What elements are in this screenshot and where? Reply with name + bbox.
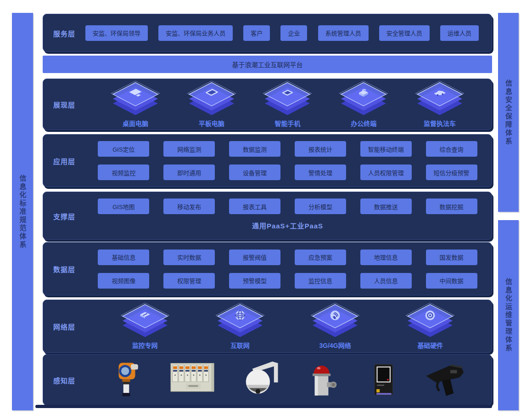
service-item: 安全管理人员 bbox=[379, 25, 430, 41]
application-item: 警情处理 bbox=[295, 165, 346, 180]
presentation-icon-row: 桌面电脑 平板电脑 智能手机 办公终端 监督执法车 bbox=[84, 79, 492, 130]
data-layer-label: 数据层 bbox=[53, 264, 75, 274]
support-item: GIS地图 bbox=[98, 199, 149, 214]
perception-layer-panel: 感知层 bbox=[43, 354, 492, 405]
sidebar-standards-system: 信息化标准规范体系 bbox=[12, 13, 33, 410]
data-item: 预警模型 bbox=[229, 273, 280, 289]
data-item: 报警阀值 bbox=[229, 250, 280, 265]
sidebar-standards-label: 信息化标准规范体系 bbox=[18, 175, 28, 249]
service-item: 企业 bbox=[280, 25, 307, 41]
support-layer-panel: 支撑层 GIS地图 移动发布 报表工具 分析模型 数据推送 数据挖掘 通用Paa… bbox=[43, 192, 492, 240]
perception-device-row bbox=[84, 355, 492, 405]
application-item: GIS定位 bbox=[98, 141, 149, 157]
handheld-detector-image bbox=[423, 357, 469, 403]
application-item: 短信分级预警 bbox=[426, 165, 477, 180]
alarm-control-cabinet-image bbox=[168, 357, 217, 403]
dome-camera-image bbox=[239, 357, 283, 403]
support-item: 数据推送 bbox=[360, 199, 412, 214]
data-item: 国发数据 bbox=[426, 250, 477, 265]
presentation-item-label: 智能手机 bbox=[274, 119, 300, 128]
network-item-label: 基础硬件 bbox=[417, 341, 443, 350]
support-item: 数据挖掘 bbox=[426, 199, 477, 214]
presentation-item: 办公终端 bbox=[336, 81, 391, 128]
presentation-item-label: 平板电脑 bbox=[199, 119, 224, 128]
data-item: 地理信息 bbox=[360, 250, 412, 265]
network-layer-label: 网络层 bbox=[53, 322, 75, 331]
smartphone-icon bbox=[260, 81, 314, 118]
data-item: 基础信息 bbox=[98, 250, 149, 265]
service-item: 安监、环保局业务人员 bbox=[158, 25, 233, 41]
mobile-network-icon bbox=[308, 303, 362, 340]
network-icon-row: 监控专网 互联网 3G/4G网络 基础硬件 bbox=[84, 300, 492, 352]
presentation-layer-panel: 展现层 桌面电脑 平板电脑 智能手机 办公终端 监督执法车 bbox=[43, 79, 492, 130]
presentation-item-label: 办公终端 bbox=[351, 119, 376, 128]
support-item: 分析模型 bbox=[295, 199, 346, 214]
network-item-label: 互联网 bbox=[230, 341, 250, 350]
presentation-item: 智能手机 bbox=[260, 81, 314, 128]
support-item: 报表工具 bbox=[229, 199, 280, 214]
sidebar-security-label: 信息安全保障体系 bbox=[504, 79, 513, 146]
enforcement-vehicle-icon bbox=[413, 81, 467, 118]
service-chip-row: 安监、环保局领导 安监、环保局业务人员 客户 企业 系统管理人员 安全管理人员 … bbox=[84, 14, 492, 51]
application-layer-panel: 应用层 GIS定位 网络监测 数据监测 报表统计 智能移动终端 综合查询 视频监… bbox=[43, 134, 492, 187]
office-terminal-icon bbox=[336, 81, 391, 118]
service-item: 系统管理人员 bbox=[318, 25, 369, 41]
data-item: 实时数据 bbox=[163, 250, 215, 265]
tablet-icon bbox=[185, 81, 239, 118]
presentation-layer-label: 展现层 bbox=[53, 100, 75, 109]
gas-detector-image bbox=[106, 357, 146, 403]
service-item: 客户 bbox=[243, 25, 270, 41]
application-item: 报表统计 bbox=[295, 141, 346, 157]
data-item: 应急预案 bbox=[295, 250, 346, 265]
desktop-computer-icon bbox=[108, 81, 162, 118]
paas-label: 通用PaaS+工业PaaS bbox=[84, 214, 492, 230]
sidebar-ops-label: 信息化运维管理体系 bbox=[504, 278, 513, 352]
presentation-item: 平板电脑 bbox=[185, 81, 239, 128]
data-grid: 基础信息 实时数据 报警阀值 应急预案 地理信息 国发数据 视频图像 权限管理 … bbox=[84, 243, 492, 295]
application-item: 智能移动终端 bbox=[360, 141, 412, 157]
data-item: 人员信息 bbox=[360, 273, 412, 289]
application-grid: GIS定位 网络监测 数据监测 报表统计 智能移动终端 综合查询 视频监控 即时… bbox=[84, 135, 492, 187]
data-item: 权限管理 bbox=[163, 273, 215, 289]
data-item: 中间数据 bbox=[426, 273, 477, 289]
network-item: 互联网 bbox=[213, 303, 267, 350]
presentation-item-label: 监督执法车 bbox=[424, 119, 456, 128]
application-item: 即时通用 bbox=[163, 165, 215, 180]
sidebar-ops-system: 信息化运维管理体系 bbox=[498, 220, 519, 410]
application-item: 综合查询 bbox=[426, 141, 477, 157]
service-layer-label: 服务层 bbox=[53, 28, 75, 38]
sidebar-security-system: 信息安全保障体系 bbox=[498, 13, 519, 212]
monitoring-network-icon bbox=[118, 303, 172, 340]
application-item: 设备管理 bbox=[229, 165, 280, 180]
network-layer-panel: 网络层 监控专网 互联网 3G/4G网络 基础硬件 bbox=[43, 300, 492, 353]
application-item: 视频监控 bbox=[98, 165, 149, 180]
network-item: 3G/4G网络 bbox=[308, 303, 362, 350]
service-layer-panel: 服务层 安监、环保局领导 安监、环保局业务人员 客户 企业 系统管理人员 安全管… bbox=[43, 14, 492, 52]
perception-layer-label: 感知层 bbox=[53, 375, 75, 385]
support-item: 移动发布 bbox=[163, 199, 215, 214]
application-item: 人员权限管理 bbox=[360, 165, 412, 180]
service-item: 安监、环保局领导 bbox=[85, 25, 148, 41]
network-item-label: 3G/4G网络 bbox=[319, 341, 351, 350]
application-layer-label: 应用层 bbox=[53, 156, 75, 165]
alarm-beacon-image bbox=[304, 357, 344, 403]
network-item-label: 监控专网 bbox=[132, 341, 158, 350]
presentation-item: 监督执法车 bbox=[413, 81, 467, 128]
application-item: 网络监测 bbox=[163, 141, 215, 157]
presentation-item-label: 桌面电脑 bbox=[123, 119, 148, 128]
access-control-panel-image bbox=[365, 357, 401, 403]
support-grid: GIS地图 移动发布 报表工具 分析模型 数据推送 数据挖掘 bbox=[84, 192, 492, 214]
presentation-item: 桌面电脑 bbox=[108, 81, 162, 128]
architecture-diagram: 信息化标准规范体系 信息安全保障体系 信息化运维管理体系 服务层 安监、环保局领… bbox=[0, 0, 532, 420]
data-item: 视频图像 bbox=[98, 273, 149, 289]
application-item: 数据监测 bbox=[229, 141, 280, 157]
support-layer-label: 支撑层 bbox=[53, 211, 75, 221]
internet-icon bbox=[213, 303, 267, 340]
data-item: 监控信息 bbox=[295, 273, 346, 289]
network-item: 基础硬件 bbox=[403, 303, 457, 350]
data-layer-panel: 数据层 基础信息 实时数据 报警阀值 应急预案 地理信息 国发数据 视频图像 权… bbox=[43, 242, 492, 295]
platform-banner-label: 基于浪潮工业互联网平台 bbox=[232, 60, 303, 69]
network-item: 监控专网 bbox=[118, 303, 172, 350]
platform-banner: 基于浪潮工业互联网平台 bbox=[43, 56, 492, 73]
hardware-icon bbox=[403, 303, 457, 340]
